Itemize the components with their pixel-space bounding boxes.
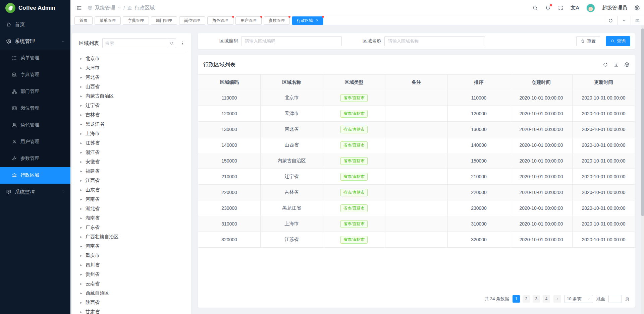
sidebar-subitem[interactable]: 参数管理: [0, 150, 70, 167]
tree-item[interactable]: 内蒙古自治区: [79, 91, 186, 101]
caret-right-icon[interactable]: [79, 57, 83, 60]
caret-right-icon[interactable]: [79, 189, 83, 192]
avatar[interactable]: [586, 4, 595, 12]
search-icon[interactable]: [532, 5, 538, 11]
search-button[interactable]: 查询: [606, 36, 630, 46]
sidebar-item-home[interactable]: 首页: [0, 16, 70, 33]
caret-right-icon[interactable]: [79, 67, 83, 70]
tab[interactable]: 角色管理: [207, 16, 233, 25]
tree-item[interactable]: 北京市: [79, 54, 186, 63]
refresh-icon[interactable]: [603, 62, 608, 67]
reset-button[interactable]: 重置: [576, 36, 600, 46]
caret-right-icon[interactable]: [79, 76, 83, 79]
tree-item[interactable]: 辽宁省: [79, 101, 186, 110]
caret-right-icon[interactable]: [79, 123, 83, 126]
tree-item[interactable]: 福建省: [79, 167, 186, 176]
tree-item[interactable]: 黑龙江省: [79, 120, 186, 129]
tree-item[interactable]: 四川省: [79, 260, 186, 270]
caret-right-icon[interactable]: [79, 179, 83, 182]
tree-item[interactable]: 上海市: [79, 129, 186, 138]
sidebar-subitem[interactable]: 菜单管理: [0, 50, 70, 66]
sidebar-collapse-icon[interactable]: [76, 5, 82, 11]
brand-logo[interactable]: Coffee Admin: [0, 0, 70, 16]
settings-gear-icon[interactable]: [634, 5, 640, 11]
refresh-icon[interactable]: [604, 16, 617, 25]
tab[interactable]: 部门管理: [151, 16, 177, 25]
tree-item[interactable]: 浙江省: [79, 148, 186, 157]
scrollbar-thumb[interactable]: [641, 28, 644, 216]
page-size-select[interactable]: 10 条/页: [564, 295, 593, 303]
density-icon[interactable]: [613, 62, 619, 67]
sidebar-item-system-monitor[interactable]: 系统监控: [0, 184, 70, 200]
caret-right-icon[interactable]: [79, 151, 83, 154]
page-scrollbar[interactable]: [641, 25, 644, 314]
tree-item[interactable]: 河北省: [79, 73, 186, 82]
tree-search-button[interactable]: [168, 38, 176, 48]
tree-item[interactable]: 吉林省: [79, 110, 186, 120]
table-row[interactable]: 110000 北京市 省市/直辖市 110000 2020-10-01 00:0…: [198, 90, 635, 106]
content-fullscreen-icon[interactable]: [631, 16, 644, 25]
region-name-input[interactable]: [384, 36, 485, 46]
tab-close-icon[interactable]: ×: [316, 18, 318, 23]
tree-item[interactable]: 江苏省: [79, 138, 186, 148]
table-settings-gear-icon[interactable]: [624, 62, 630, 67]
tree-search-input[interactable]: [102, 38, 168, 48]
next-page-button[interactable]: [553, 295, 561, 303]
caret-right-icon[interactable]: [79, 301, 83, 304]
region-code-input[interactable]: [241, 36, 342, 46]
tree-item[interactable]: 安徽省: [79, 157, 186, 167]
caret-right-icon[interactable]: [79, 236, 83, 239]
tab[interactable]: 用户管理: [235, 16, 262, 25]
table-row[interactable]: 150000 内蒙古自治区 省市/直辖市 150000 2020-10-01 0…: [198, 153, 635, 169]
tree-item[interactable]: 江西省: [79, 176, 186, 185]
tree-item[interactable]: 天津市: [79, 63, 186, 73]
caret-right-icon[interactable]: [79, 273, 83, 276]
page-button[interactable]: 2: [523, 295, 530, 303]
tree-item[interactable]: 陕西省: [79, 298, 186, 307]
breadcrumb-parent[interactable]: 系统管理: [95, 5, 115, 11]
jump-page-input[interactable]: [608, 295, 622, 303]
caret-right-icon[interactable]: [79, 226, 83, 229]
tree-item[interactable]: 山东省: [79, 185, 186, 195]
tree-item[interactable]: 山西省: [79, 82, 186, 91]
caret-right-icon[interactable]: [79, 198, 83, 201]
sidebar-subitem[interactable]: 行政区域: [0, 167, 70, 184]
translate-icon[interactable]: 文A: [571, 5, 579, 11]
caret-right-icon[interactable]: [79, 142, 83, 145]
table-row[interactable]: 320000 江苏省 省市/直辖市 320000 2020-10-01 00:0…: [198, 232, 635, 248]
table-row[interactable]: 140000 山西省 省市/直辖市 140000 2020-10-01 00:0…: [198, 137, 635, 153]
sidebar-subitem[interactable]: 角色管理: [0, 117, 70, 133]
caret-right-icon[interactable]: [79, 264, 83, 267]
table-row[interactable]: 130000 河北省 省市/直辖市 130000 2020-10-01 00:0…: [198, 122, 635, 137]
tree-item[interactable]: 湖南省: [79, 213, 186, 223]
tab[interactable]: 行政区域 ×: [292, 16, 323, 25]
tabs-dropdown-chevron-icon[interactable]: [617, 16, 631, 25]
sidebar-subitem[interactable]: 部门管理: [0, 83, 70, 100]
tree-item[interactable]: 重庆市: [79, 251, 186, 260]
table-row[interactable]: 220000 吉林省 省市/直辖市 220000 2020-10-01 00:0…: [198, 185, 635, 200]
tree-item[interactable]: 西藏自治区: [79, 289, 186, 298]
tree-item[interactable]: 湖北省: [79, 204, 186, 213]
tab[interactable]: 首页: [74, 16, 93, 25]
tree-item[interactable]: 贵州省: [79, 270, 186, 279]
tab[interactable]: 参数管理: [264, 16, 290, 25]
tree-item[interactable]: 云南省: [79, 279, 186, 289]
caret-right-icon[interactable]: [79, 245, 83, 248]
tab[interactable]: 岗位管理: [179, 16, 205, 25]
caret-right-icon[interactable]: [79, 292, 83, 295]
fullscreen-icon[interactable]: [558, 5, 564, 11]
caret-right-icon[interactable]: [79, 132, 83, 135]
caret-right-icon[interactable]: [79, 85, 83, 88]
sidebar-subitem[interactable]: 用户管理: [0, 133, 70, 150]
table-row[interactable]: 230000 黑龙江省 省市/直辖市 230000 2020-10-01 00:…: [198, 200, 635, 216]
page-button[interactable]: 1: [513, 295, 520, 303]
page-button[interactable]: 3: [533, 295, 540, 303]
tree-item[interactable]: 海南省: [79, 242, 186, 251]
caret-right-icon[interactable]: [79, 311, 83, 314]
more-dots-icon[interactable]: [179, 41, 186, 46]
tree-item[interactable]: 广东省: [79, 223, 186, 232]
sidebar-item-system-management[interactable]: 系统管理: [0, 33, 70, 50]
sidebar-subitem[interactable]: 字典管理: [0, 66, 70, 83]
caret-right-icon[interactable]: [79, 114, 83, 117]
table-row[interactable]: 310000 上海市 省市/直辖市 310000 2020-10-01 00:0…: [198, 216, 635, 232]
